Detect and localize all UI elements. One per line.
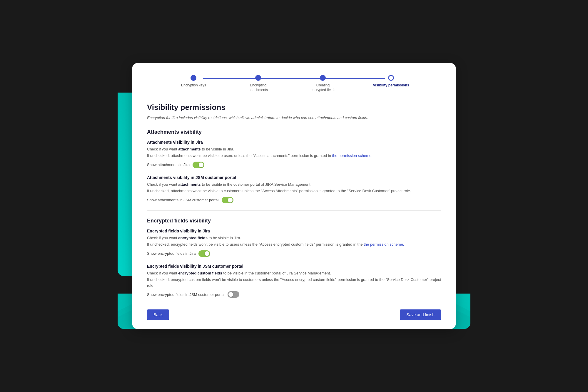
attachments-jsm-title: Attachments visibility in JSM customer p… (147, 175, 441, 180)
attachments-jsm-toggle-label: Show attachments in JSM customer portal (147, 198, 219, 202)
step-visibility-permissions: Visibility permissions (373, 75, 409, 92)
encrypted-fields-jira-toggle-row: Show encrypted fields in Jira (147, 250, 441, 257)
attachments-jsm-toggle[interactable] (222, 197, 233, 203)
encrypted-fields-jira-bold1: encrypted fields (178, 236, 208, 240)
stepper: Encryption keys Encryptingattachments Cr… (147, 75, 441, 92)
encrypted-fields-jira-desc1: Check if you want encrypted fields to be… (147, 235, 441, 241)
attachments-jsm-desc2: If unchecked, attachments won't be visib… (147, 188, 441, 194)
encrypted-fields-jsm-title: Encrypted fields visibility in JSM custo… (147, 264, 441, 269)
encrypted-fields-jira-toggle[interactable] (198, 250, 210, 257)
step-dot-encrypting-attachments (255, 75, 261, 81)
attachments-jsm-toggle-slider (222, 197, 233, 203)
encrypted-fields-jira-subsection: Encrypted fields visibility in Jira Chec… (147, 229, 441, 257)
step-label-encryption-keys: Encryption keys (181, 83, 206, 88)
encrypted-fields-jsm-desc1: Check if you want encrypted custom field… (147, 270, 441, 276)
encrypted-fields-jsm-toggle-slider (228, 291, 239, 298)
footer: Back Save and finish (147, 306, 441, 320)
encrypted-fields-jira-toggle-slider (198, 250, 210, 257)
encrypted-fields-section-title: Encrypted fields visibility (147, 218, 441, 224)
step-dot-visibility-permissions (388, 75, 394, 81)
attachments-section-title: Attachments visibility (147, 129, 441, 135)
attachments-jira-toggle[interactable] (193, 162, 204, 168)
encrypted-fields-jira-desc2: If unchecked, encrypted fields won't be … (147, 242, 441, 247)
step-label-creating-encrypted-fields: Creatingencrypted fields (310, 83, 335, 92)
step-encrypting-attachments: Encryptingattachments (243, 75, 273, 92)
encrypted-fields-jsm-toggle[interactable] (228, 291, 239, 298)
encrypted-fields-jsm-desc2: If unchecked, encrypted custom fields wo… (147, 277, 441, 288)
page-subtitle: Encryption for Jira includes visibility … (147, 115, 441, 121)
attachments-jira-title: Attachments visibility in Jira (147, 140, 441, 145)
attachments-jira-desc2: If unchecked, attachments won't be visib… (147, 153, 441, 159)
page-title: Visibility permissions (147, 103, 441, 112)
section-divider (147, 210, 441, 211)
attachments-jira-subsection: Attachments visibility in Jira Check if … (147, 140, 441, 168)
step-creating-encrypted-fields: Creatingencrypted fields (308, 75, 338, 92)
main-card: Encryption keys Encryptingattachments Cr… (132, 63, 456, 329)
encrypted-fields-jsm-bold1: encrypted custom fields (178, 271, 222, 275)
attachments-jira-bold1: attachments (178, 147, 201, 151)
attachments-jira-toggle-slider (193, 162, 204, 168)
encrypted-fields-jira-title: Encrypted fields visibility in Jira (147, 229, 441, 233)
encrypted-fields-jsm-toggle-row: Show encrypted fields in JSM customer po… (147, 291, 441, 298)
attachments-jira-toggle-label: Show attachments in Jira (147, 163, 190, 167)
attachments-jsm-desc1: Check if you want attachments to be visi… (147, 182, 441, 187)
step-dot-encryption-keys (191, 75, 196, 81)
attachments-jira-link[interactable]: the permission scheme. (332, 153, 372, 158)
back-button[interactable]: Back (147, 309, 169, 320)
encrypted-fields-jsm-toggle-label: Show encrypted fields in JSM customer po… (147, 292, 225, 297)
attachments-jsm-toggle-row: Show attachments in JSM customer portal (147, 197, 441, 203)
step-label-visibility-permissions: Visibility permissions (373, 83, 409, 88)
step-dot-creating-encrypted-fields (320, 75, 326, 81)
encrypted-fields-jsm-subsection: Encrypted fields visibility in JSM custo… (147, 264, 441, 298)
step-label-encrypting-attachments: Encryptingattachments (249, 83, 268, 92)
attachments-jsm-bold1: attachments (178, 182, 201, 187)
attachments-jira-toggle-row: Show attachments in Jira (147, 162, 441, 168)
save-finish-button[interactable]: Save and finish (400, 309, 441, 320)
attachments-jsm-subsection: Attachments visibility in JSM customer p… (147, 175, 441, 203)
encrypted-fields-jira-toggle-label: Show encrypted fields in Jira (147, 251, 196, 256)
attachments-jira-desc1: Check if you want attachments to be visi… (147, 146, 441, 152)
encrypted-fields-jira-link[interactable]: the permission scheme. (364, 242, 404, 247)
step-encryption-keys: Encryption keys (179, 75, 208, 92)
stepper-steps: Encryption keys Encryptingattachments Cr… (179, 75, 409, 92)
